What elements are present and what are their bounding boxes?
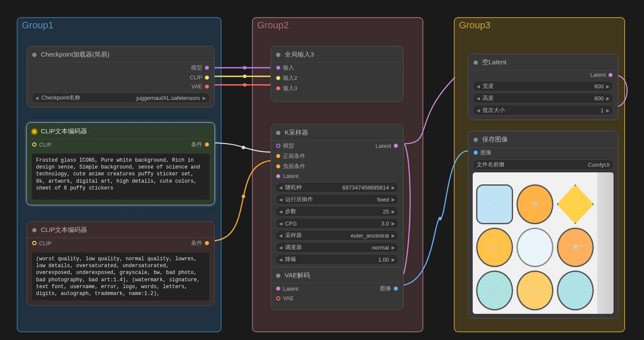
port-model-in[interactable] xyxy=(276,144,280,148)
port-image-in[interactable] xyxy=(474,150,478,155)
collapse-dot[interactable] xyxy=(32,129,36,134)
node-clip-text-encode-negative[interactable]: CLIP文本编码器 CLIP条件 (worst quality, low qua… xyxy=(27,221,215,306)
group-title: Group1 xyxy=(22,20,53,31)
port-latent-out[interactable] xyxy=(608,73,613,77)
collapse-dot[interactable] xyxy=(32,53,36,57)
port-latent-out[interactable] xyxy=(394,144,398,148)
collapse-dot[interactable] xyxy=(276,131,280,135)
batch-widget[interactable]: ◀批次大小1▶ xyxy=(473,105,614,115)
scheduler-widget[interactable]: ◀调度器normal▶ xyxy=(275,242,399,253)
port-vae-in[interactable] xyxy=(276,296,280,301)
node-checkpoint-loader[interactable]: Checkpoint加载器(简易) 模型 CLIP VAE ◀Checkpoin… xyxy=(27,46,215,108)
node-vae-decode[interactable]: VAE解码 Latent图像 VAE xyxy=(270,267,404,310)
after-widget[interactable]: ◀运行后操作fixed▶ xyxy=(275,194,399,205)
group-title: Group2 xyxy=(257,20,289,31)
port-cond-out[interactable] xyxy=(205,142,209,147)
port-model-out[interactable] xyxy=(205,66,209,70)
port-clip-in[interactable] xyxy=(32,142,36,147)
port-latent-in[interactable] xyxy=(276,286,280,291)
prefix-widget[interactable]: 文件名前缀ComfyUI xyxy=(473,159,614,170)
ckpt-name-widget[interactable]: ◀Checkpoint名称juggernautXL.safetensors▶ xyxy=(31,93,210,103)
group-title: Group3 xyxy=(459,20,490,31)
node-ksampler[interactable]: K采样器 模型Latent 正面条件 负面条件 Latent ◀随机种68734… xyxy=(270,124,404,269)
port-neg-in[interactable] xyxy=(276,164,280,168)
node-empty-latent[interactable]: 空Latent Latent ◀宽度600▶ ◀高度800▶ ◀批次大小1▶ xyxy=(468,54,618,120)
node-save-image[interactable]: 保存图像 图像 文件名前缀ComfyUI ･ ᴗ ･ ☀ ·ᴗ· ᵔᴥᵔ ᵔ.ᵔ… xyxy=(468,131,618,319)
port-cond-out[interactable] xyxy=(205,241,209,245)
cfg-widget[interactable]: ◀CFG3.0▶ xyxy=(275,218,399,229)
seed-widget[interactable]: ◀随机种687347458695614▶ xyxy=(275,182,399,193)
port-image-out[interactable] xyxy=(394,286,398,291)
collapse-dot[interactable] xyxy=(474,60,478,65)
height-widget[interactable]: ◀高度800▶ xyxy=(473,93,614,103)
port-clip-out[interactable] xyxy=(205,75,209,80)
port-latent-in[interactable] xyxy=(276,174,280,178)
denoise-widget[interactable]: ◀降噪1.00▶ xyxy=(275,254,399,265)
port-clip-in[interactable] xyxy=(32,241,36,245)
node-global-input[interactable]: 全局输入3 输入 输入2 输入3 xyxy=(270,46,404,102)
collapse-dot[interactable] xyxy=(276,53,280,57)
node-clip-text-encode-positive[interactable]: CLIP文本编码器 CLIP条件 Frosted glass ICONS, Pu… xyxy=(27,123,215,205)
output-image-preview: ･ ᴗ ･ ☀ ·ᴗ· ᵔᴥᵔ ᵔ.ᵔ ᵔᴗᵔ ·ᴗ· xyxy=(473,172,614,314)
port-in3[interactable] xyxy=(276,86,280,90)
collapse-dot[interactable] xyxy=(474,138,478,142)
collapse-dot[interactable] xyxy=(276,274,280,278)
port-vae-out[interactable] xyxy=(205,84,209,89)
port-in1[interactable] xyxy=(276,66,280,70)
port-in2[interactable] xyxy=(276,76,280,80)
positive-prompt-text[interactable]: Frosted glass ICONS, Pure white backgrou… xyxy=(31,153,210,200)
steps-widget[interactable]: ◀步数25▶ xyxy=(275,206,399,217)
negative-prompt-text[interactable]: (worst quality, low quality, normal qual… xyxy=(31,252,210,301)
sampler-widget[interactable]: ◀采样器euler_ancestral▶ xyxy=(275,230,399,241)
width-widget[interactable]: ◀宽度600▶ xyxy=(473,81,614,91)
collapse-dot[interactable] xyxy=(32,228,36,232)
port-pos-in[interactable] xyxy=(276,154,280,158)
